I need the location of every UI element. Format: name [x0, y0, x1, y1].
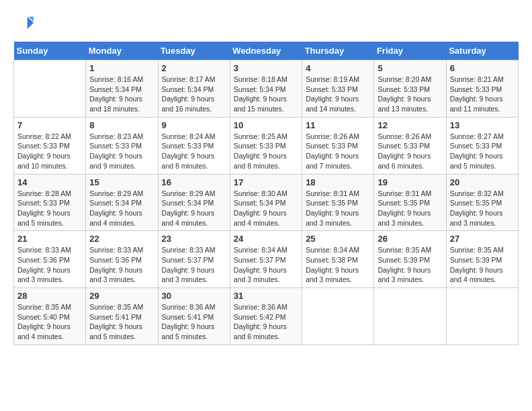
day-number: 17 — [234, 177, 298, 187]
day-number: 26 — [378, 234, 442, 244]
calendar-cell: 24Sunrise: 8:34 AMSunset: 5:37 PMDayligh… — [230, 231, 302, 288]
day-number: 3 — [234, 63, 298, 73]
day-info: Sunrise: 8:33 AMSunset: 5:36 PMDaylight:… — [17, 245, 82, 285]
calendar-cell — [302, 288, 374, 345]
day-info: Sunrise: 8:31 AMSunset: 5:35 PMDaylight:… — [306, 189, 370, 228]
calendar-header-row: SundayMondayTuesdayWednesdayThursdayFrid… — [14, 42, 519, 60]
day-info: Sunrise: 8:29 AMSunset: 5:34 PMDaylight:… — [89, 189, 154, 228]
day-number: 18 — [306, 177, 370, 187]
day-number: 13 — [450, 120, 515, 130]
day-info: Sunrise: 8:31 AMSunset: 5:35 PMDaylight:… — [378, 189, 442, 228]
calendar-cell: 12Sunrise: 8:26 AMSunset: 5:33 PMDayligh… — [374, 117, 446, 174]
day-number: 1 — [89, 63, 154, 73]
calendar-cell: 3Sunrise: 8:18 AMSunset: 5:34 PMDaylight… — [230, 60, 302, 118]
day-number: 14 — [17, 177, 82, 187]
day-info: Sunrise: 8:36 AMSunset: 5:41 PMDaylight:… — [162, 302, 226, 342]
day-info: Sunrise: 8:29 AMSunset: 5:34 PMDaylight:… — [162, 189, 226, 228]
day-number: 25 — [306, 234, 370, 244]
day-number: 28 — [17, 291, 82, 301]
day-number: 27 — [450, 234, 515, 244]
calendar-cell: 10Sunrise: 8:25 AMSunset: 5:33 PMDayligh… — [230, 117, 302, 174]
calendar-cell: 16Sunrise: 8:29 AMSunset: 5:34 PMDayligh… — [158, 174, 230, 231]
day-number: 15 — [89, 177, 154, 187]
day-info: Sunrise: 8:34 AMSunset: 5:37 PMDaylight:… — [234, 245, 298, 285]
calendar-cell: 21Sunrise: 8:33 AMSunset: 5:36 PMDayligh… — [14, 231, 86, 288]
day-number: 16 — [162, 177, 226, 187]
day-info: Sunrise: 8:16 AMSunset: 5:34 PMDaylight:… — [89, 75, 154, 114]
day-number: 29 — [89, 291, 154, 301]
day-info: Sunrise: 8:33 AMSunset: 5:36 PMDaylight:… — [89, 245, 154, 285]
day-number: 23 — [162, 234, 226, 244]
day-info: Sunrise: 8:27 AMSunset: 5:33 PMDaylight:… — [450, 132, 515, 171]
day-number: 7 — [17, 120, 82, 130]
day-number: 12 — [378, 120, 442, 130]
calendar-week-1: 1Sunrise: 8:16 AMSunset: 5:34 PMDaylight… — [14, 60, 519, 118]
calendar-cell: 8Sunrise: 8:23 AMSunset: 5:33 PMDaylight… — [86, 117, 158, 174]
day-info: Sunrise: 8:35 AMSunset: 5:40 PMDaylight:… — [17, 302, 82, 342]
calendar-cell: 26Sunrise: 8:35 AMSunset: 5:39 PMDayligh… — [374, 231, 446, 288]
calendar-cell: 31Sunrise: 8:36 AMSunset: 5:42 PMDayligh… — [230, 288, 302, 345]
calendar-cell — [14, 60, 86, 118]
calendar-cell: 7Sunrise: 8:22 AMSunset: 5:33 PMDaylight… — [14, 117, 86, 174]
calendar-cell: 9Sunrise: 8:24 AMSunset: 5:33 PMDaylight… — [158, 117, 230, 174]
calendar-cell: 2Sunrise: 8:17 AMSunset: 5:34 PMDaylight… — [158, 60, 230, 118]
day-number: 31 — [234, 291, 298, 301]
day-info: Sunrise: 8:19 AMSunset: 5:33 PMDaylight:… — [306, 75, 370, 114]
calendar-body: 1Sunrise: 8:16 AMSunset: 5:34 PMDaylight… — [14, 60, 519, 345]
calendar-cell: 18Sunrise: 8:31 AMSunset: 5:35 PMDayligh… — [302, 174, 374, 231]
day-info: Sunrise: 8:20 AMSunset: 5:33 PMDaylight:… — [378, 75, 442, 114]
calendar-cell: 23Sunrise: 8:33 AMSunset: 5:37 PMDayligh… — [158, 231, 230, 288]
calendar-cell: 22Sunrise: 8:33 AMSunset: 5:36 PMDayligh… — [86, 231, 158, 288]
header-cell-thursday: Thursday — [302, 42, 374, 60]
day-number: 22 — [89, 234, 154, 244]
calendar-week-4: 21Sunrise: 8:33 AMSunset: 5:36 PMDayligh… — [14, 231, 519, 288]
day-info: Sunrise: 8:17 AMSunset: 5:34 PMDaylight:… — [162, 75, 226, 114]
day-info: Sunrise: 8:35 AMSunset: 5:39 PMDaylight:… — [450, 245, 515, 285]
header-cell-monday: Monday — [86, 42, 158, 60]
day-info: Sunrise: 8:35 AMSunset: 5:41 PMDaylight:… — [89, 302, 154, 342]
header-cell-sunday: Sunday — [14, 42, 86, 60]
day-info: Sunrise: 8:36 AMSunset: 5:42 PMDaylight:… — [234, 302, 298, 342]
calendar-cell: 11Sunrise: 8:26 AMSunset: 5:33 PMDayligh… — [302, 117, 374, 174]
day-number: 30 — [162, 291, 226, 301]
calendar-cell — [374, 288, 446, 345]
header-cell-wednesday: Wednesday — [230, 42, 302, 60]
calendar-cell — [446, 288, 518, 345]
day-number: 8 — [89, 120, 154, 130]
day-info: Sunrise: 8:22 AMSunset: 5:33 PMDaylight:… — [17, 132, 82, 171]
day-number: 11 — [306, 120, 370, 130]
calendar-cell: 28Sunrise: 8:35 AMSunset: 5:40 PMDayligh… — [14, 288, 86, 345]
day-info: Sunrise: 8:21 AMSunset: 5:33 PMDaylight:… — [450, 75, 515, 114]
day-number: 9 — [162, 120, 226, 130]
day-info: Sunrise: 8:18 AMSunset: 5:34 PMDaylight:… — [234, 75, 298, 114]
header-cell-saturday: Saturday — [446, 42, 518, 60]
logo-icon — [15, 13, 34, 32]
day-number: 6 — [450, 63, 515, 73]
day-number: 24 — [234, 234, 298, 244]
day-info: Sunrise: 8:28 AMSunset: 5:33 PMDaylight:… — [17, 189, 82, 228]
day-number: 20 — [450, 177, 515, 187]
day-number: 21 — [17, 234, 82, 244]
day-info: Sunrise: 8:26 AMSunset: 5:33 PMDaylight:… — [378, 132, 442, 171]
calendar-cell: 13Sunrise: 8:27 AMSunset: 5:33 PMDayligh… — [446, 117, 518, 174]
calendar-cell: 29Sunrise: 8:35 AMSunset: 5:41 PMDayligh… — [86, 288, 158, 345]
day-info: Sunrise: 8:32 AMSunset: 5:35 PMDaylight:… — [450, 189, 515, 228]
day-info: Sunrise: 8:33 AMSunset: 5:37 PMDaylight:… — [162, 245, 226, 285]
calendar-cell: 20Sunrise: 8:32 AMSunset: 5:35 PMDayligh… — [446, 174, 518, 231]
calendar-cell: 19Sunrise: 8:31 AMSunset: 5:35 PMDayligh… — [374, 174, 446, 231]
calendar-cell: 4Sunrise: 8:19 AMSunset: 5:33 PMDaylight… — [302, 60, 374, 118]
day-info: Sunrise: 8:34 AMSunset: 5:38 PMDaylight:… — [306, 245, 370, 285]
day-info: Sunrise: 8:26 AMSunset: 5:33 PMDaylight:… — [306, 132, 370, 171]
page-header — [13, 13, 519, 35]
day-info: Sunrise: 8:35 AMSunset: 5:39 PMDaylight:… — [378, 245, 442, 285]
calendar-cell: 14Sunrise: 8:28 AMSunset: 5:33 PMDayligh… — [14, 174, 86, 231]
day-number: 2 — [162, 63, 226, 73]
calendar-cell: 17Sunrise: 8:30 AMSunset: 5:34 PMDayligh… — [230, 174, 302, 231]
calendar-cell: 15Sunrise: 8:29 AMSunset: 5:34 PMDayligh… — [86, 174, 158, 231]
day-number: 10 — [234, 120, 298, 130]
calendar-week-2: 7Sunrise: 8:22 AMSunset: 5:33 PMDaylight… — [14, 117, 519, 174]
header-cell-tuesday: Tuesday — [158, 42, 230, 60]
calendar-cell: 27Sunrise: 8:35 AMSunset: 5:39 PMDayligh… — [446, 231, 518, 288]
calendar-week-3: 14Sunrise: 8:28 AMSunset: 5:33 PMDayligh… — [14, 174, 519, 231]
day-info: Sunrise: 8:24 AMSunset: 5:33 PMDaylight:… — [162, 132, 226, 171]
